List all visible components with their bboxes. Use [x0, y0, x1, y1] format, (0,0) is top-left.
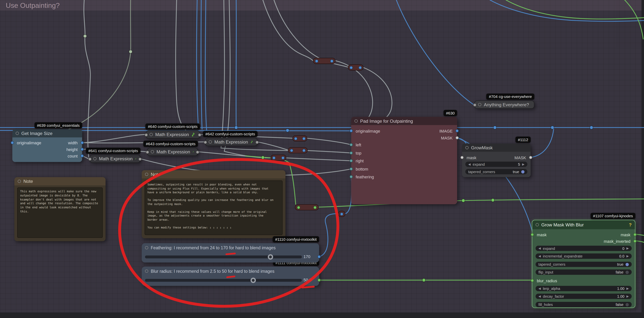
collapse-dot[interactable]: [151, 150, 154, 154]
collapse-dot[interactable]: [16, 132, 19, 135]
flip-input-widget[interactable]: flip_input false: [536, 269, 632, 275]
collapse-dot[interactable]: [145, 246, 148, 250]
reroute-node[interactable]: [271, 155, 286, 161]
reroute-in-dot[interactable]: [290, 149, 293, 152]
toggle-dot[interactable]: [626, 263, 629, 266]
collapsed-input-dot[interactable]: [144, 133, 148, 137]
node-graph-canvas[interactable]: Use Outpainting?: [0, 0, 644, 318]
output-slot-value[interactable]: [318, 279, 321, 282]
toggle-dot[interactable]: [626, 271, 629, 274]
increment-icon[interactable]: ▶: [626, 255, 629, 258]
output-slot-mask[interactable]: [456, 136, 459, 140]
collapse-dot[interactable]: [536, 223, 539, 226]
reroute-in-dot[interactable]: [272, 156, 276, 159]
collapse-dot[interactable]: [354, 119, 358, 123]
toggle-dot[interactable]: [521, 170, 524, 173]
incremental-expandrate-widget[interactable]: ◀ incremental_expandrate 0.0 ▶: [536, 253, 632, 259]
collapsed-input-dot[interactable]: [473, 103, 476, 107]
input-slot-top[interactable]: [350, 151, 353, 155]
reroute-in-dot[interactable]: [297, 206, 300, 209]
collapse-dot[interactable]: [145, 172, 148, 176]
output-slot-count[interactable]: [80, 154, 84, 158]
output-slot-image[interactable]: [456, 129, 459, 133]
reroute-node[interactable]: [295, 204, 319, 210]
output-slot-height[interactable]: [80, 148, 84, 151]
node-grow-mask-with-blur[interactable]: Grow Mask With Blur ? mask mask mask_inv…: [532, 220, 636, 308]
node-note-math[interactable]: Note This math expressions will make sur…: [14, 177, 106, 241]
node-anything-everywhere[interactable]: Anything Everywhere?: [474, 101, 534, 109]
input-slot-mask[interactable]: [531, 233, 534, 236]
reroute-out-dot[interactable]: [330, 59, 334, 63]
group-title-bar[interactable]: [0, 0, 642, 11]
increment-icon[interactable]: ▶: [626, 287, 629, 290]
collapsed-output-dot[interactable]: [138, 158, 142, 161]
reroute-in-dot[interactable]: [294, 137, 298, 140]
reroute-node[interactable]: [288, 147, 308, 154]
slider-track[interactable]: [145, 255, 302, 258]
decrement-icon[interactable]: ◀: [468, 163, 470, 166]
collapse-dot[interactable]: [145, 269, 148, 273]
reroute-out-dot[interactable]: [281, 156, 285, 159]
decay-factor-widget[interactable]: ◀ decay_factor 1.00 ▶: [536, 294, 632, 299]
node-math-expression-643[interactable]: Math Expression: [147, 148, 198, 156]
node-pad-image-for-outpainting[interactable]: Pad Image for Outpainting originalimage …: [351, 117, 457, 204]
collapsed-output-dot[interactable]: [196, 151, 199, 154]
input-slot-originalimage[interactable]: [11, 141, 14, 145]
decrement-icon[interactable]: ◀: [538, 295, 541, 298]
tapered-corners-widget[interactable]: tapered_corners true: [536, 262, 632, 267]
reroute-node[interactable]: [338, 211, 346, 217]
collapse-dot[interactable]: [150, 133, 153, 136]
node-math-expression-642[interactable]: Math Expression: [205, 138, 258, 146]
input-slot-feathering[interactable]: [350, 175, 353, 178]
input-slot-left[interactable]: [350, 143, 353, 147]
expand-widget[interactable]: ◀ expand 5 ▶: [466, 161, 528, 167]
reroute-out-dot[interactable]: [302, 149, 306, 152]
lerp-alpha-widget[interactable]: ◀ lerp_alpha 1.00 ▶: [536, 286, 632, 291]
expand-widget[interactable]: ◀ expand 0 ▶: [536, 246, 632, 251]
decrement-icon[interactable]: ◀: [538, 255, 541, 258]
input-slot-bottom[interactable]: [350, 167, 353, 171]
output-slot-width[interactable]: [80, 141, 84, 145]
input-slot-blur-radius[interactable]: [531, 279, 534, 282]
toggle-dot[interactable]: [626, 303, 629, 306]
collapse-dot[interactable]: [209, 140, 212, 144]
collapsed-output-dot[interactable]: [198, 133, 201, 137]
collapse-dot[interactable]: [466, 146, 469, 149]
slider-handle[interactable]: [250, 278, 256, 283]
help-icon[interactable]: ?: [629, 222, 632, 227]
slider-track[interactable]: [145, 279, 302, 282]
output-slot-mask[interactable]: [633, 233, 637, 236]
collapsed-input-dot[interactable]: [88, 158, 92, 161]
output-slot-value[interactable]: [318, 255, 321, 258]
reroute-node[interactable]: [348, 64, 364, 71]
node-math-expression-641[interactable]: Math Expression: [90, 155, 140, 163]
increment-icon[interactable]: ▶: [626, 247, 629, 250]
input-slot-mask[interactable]: [460, 156, 464, 159]
node-get-image-size[interactable]: Get Image Size originalimage width heigh…: [12, 129, 82, 162]
increment-icon[interactable]: ▶: [626, 295, 629, 298]
node-note-blending[interactable]: Note Sometimes, outpainting can result i…: [142, 170, 286, 238]
reroute-node[interactable]: [292, 135, 307, 142]
increment-icon[interactable]: ▶: [522, 163, 524, 166]
node-math-expression-640[interactable]: Math Expression: [146, 130, 200, 139]
reroute-in-dot[interactable]: [315, 59, 318, 63]
collapsed-input-dot[interactable]: [146, 151, 149, 154]
output-slot-mask-inverted[interactable]: [633, 239, 637, 243]
reroute-dot[interactable]: [340, 212, 344, 216]
fill-holes-widget[interactable]: fill_holes false: [536, 302, 632, 307]
node-slider-blur-radius[interactable]: Blur radius: I recommend from 2.5 to 50 …: [142, 267, 319, 286]
slider-handle[interactable]: [268, 254, 273, 260]
collapsed-output-dot[interactable]: [256, 141, 259, 144]
collapsed-input-dot[interactable]: [204, 141, 207, 144]
decrement-icon[interactable]: ◀: [538, 287, 541, 290]
reroute-in-dot[interactable]: [350, 66, 353, 69]
node-growmask[interactable]: GrowMask mask MASK ◀ expand 5 ▶ tapered_…: [462, 144, 531, 177]
input-slot-originalimage[interactable]: [350, 129, 353, 133]
reroute-out-dot[interactable]: [314, 206, 317, 209]
reroute-out-dot[interactable]: [302, 137, 306, 140]
reroute-node[interactable]: [313, 58, 336, 64]
tapered-corners-widget[interactable]: tapered_corners true: [466, 169, 528, 174]
node-slider-feathering[interactable]: Feathering: I recommend from 24 to 170 f…: [142, 243, 319, 263]
collapse-dot[interactable]: [478, 103, 482, 106]
input-slot-right[interactable]: [350, 159, 353, 162]
